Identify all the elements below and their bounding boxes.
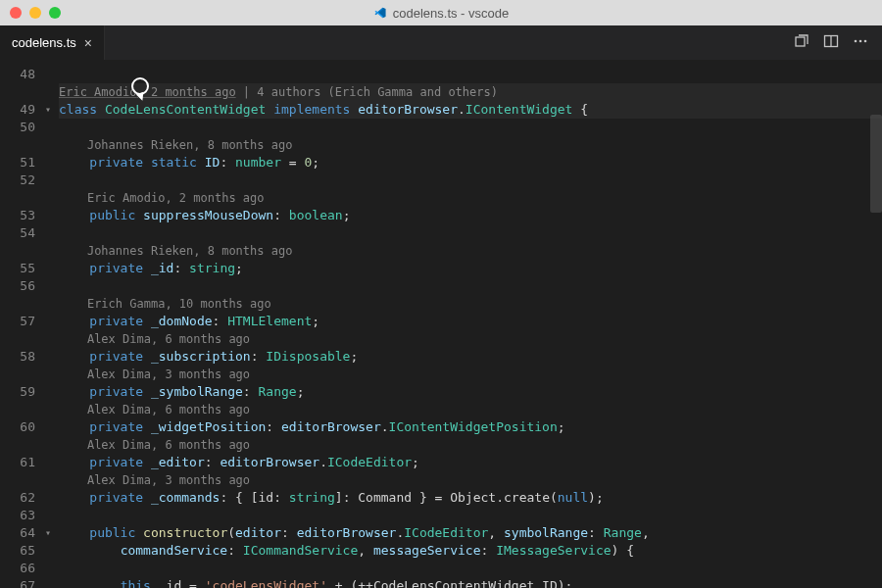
svg-rect-0 — [796, 37, 805, 46]
maximize-window-button[interactable] — [49, 7, 61, 19]
line-number: 48 — [0, 66, 35, 83]
window-controls — [0, 7, 61, 19]
minimize-window-button[interactable] — [29, 7, 41, 19]
svg-point-3 — [855, 39, 858, 42]
line-number-gutter: 48 49 50 51 52 53 54 55 56 57 58 59 60 6… — [0, 60, 45, 588]
vscode-icon — [373, 6, 387, 20]
split-editor-icon[interactable] — [823, 33, 839, 53]
editor-tab-bar: codelens.ts × — [0, 25, 882, 60]
open-changes-icon[interactable] — [794, 33, 809, 53]
window-title: codelens.ts - vscode — [373, 6, 510, 21]
close-window-button[interactable] — [10, 7, 22, 19]
vertical-scrollbar-thumb[interactable] — [870, 115, 882, 213]
codelens-line[interactable]: Eric Amodio, 2 months ago | 4 authors (E… — [59, 83, 882, 101]
codelens-author-link[interactable]: Eric Amodio, 2 months ago — [59, 85, 236, 99]
mac-titlebar: codelens.ts - vscode — [0, 0, 882, 25]
fold-gutter: ▾ ▾ — [45, 60, 59, 588]
tab-actions — [794, 25, 882, 60]
git-blame-annotation: Johannes Rieken, 8 months ago — [59, 136, 882, 154]
fold-icon[interactable]: ▾ — [45, 101, 59, 119]
svg-point-5 — [864, 39, 867, 42]
close-tab-icon[interactable]: × — [84, 36, 92, 50]
svg-point-4 — [859, 39, 862, 42]
editor-area: 48 49 50 51 52 53 54 55 56 57 58 59 60 6… — [0, 60, 882, 588]
tab-label: codelens.ts — [12, 35, 76, 50]
more-actions-icon[interactable] — [853, 33, 868, 53]
window-title-text: codelens.ts - vscode — [393, 6, 510, 21]
code-content[interactable]: Eric Amodio, 2 months ago | 4 authors (E… — [59, 60, 882, 588]
fold-icon[interactable]: ▾ — [45, 524, 59, 542]
tab-codelens[interactable]: codelens.ts × — [0, 25, 105, 60]
